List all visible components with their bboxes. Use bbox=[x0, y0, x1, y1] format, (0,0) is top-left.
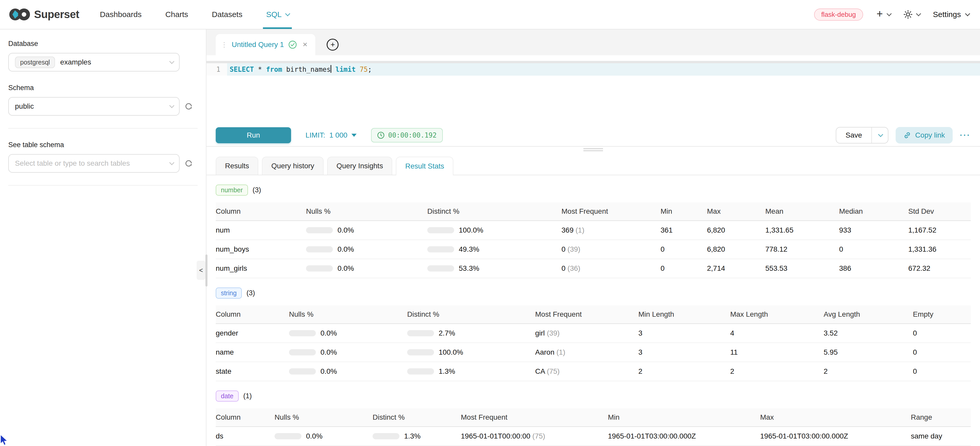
frequent-count: (39) bbox=[567, 245, 580, 253]
theme-toggle[interactable] bbox=[904, 10, 920, 19]
header-cell: Max bbox=[760, 413, 911, 422]
add-query-tab-button[interactable]: + bbox=[327, 39, 339, 51]
run-button[interactable]: Run bbox=[216, 127, 291, 143]
limit-dropdown[interactable]: LIMIT: 1 000 bbox=[305, 131, 356, 139]
stat-table-row: name0.0%100.0%Aaron (1)3115.950 bbox=[216, 343, 971, 362]
save-button[interactable]: Save bbox=[836, 127, 871, 143]
percent-bar-cell: 0.0% bbox=[306, 245, 427, 253]
percent-bar-cell: 0.0% bbox=[306, 264, 427, 272]
superset-infinity-icon bbox=[9, 8, 30, 21]
query-timer: 00:00:00.192 bbox=[371, 128, 443, 142]
chevron-down-icon bbox=[285, 11, 290, 16]
stat-value-cell: 6,820 bbox=[707, 245, 765, 253]
nav-item-sql[interactable]: SQL bbox=[266, 0, 289, 29]
query-success-check-icon bbox=[288, 40, 297, 49]
clock-icon bbox=[377, 132, 385, 139]
stat-value-cell: 1,331.36 bbox=[908, 245, 958, 253]
stat-value-cell: 2 bbox=[824, 367, 913, 376]
link-icon bbox=[904, 131, 911, 139]
new-item-button[interactable]: + bbox=[877, 10, 890, 19]
frequent-count: (1) bbox=[576, 226, 584, 234]
frequent-count: (39) bbox=[547, 329, 560, 337]
stat-table-row: num_girls0.0%53.3%0 (36)02,714553.533866… bbox=[216, 259, 971, 278]
schema-label: Schema bbox=[8, 84, 198, 92]
column-count: (3) bbox=[247, 289, 255, 297]
copy-link-label: Copy link bbox=[915, 131, 945, 139]
table-schema-label: See table schema bbox=[8, 141, 198, 149]
sidebar-divider bbox=[8, 185, 198, 186]
settings-menu[interactable]: Settings bbox=[933, 10, 969, 19]
result-tab-results[interactable]: Results bbox=[216, 157, 258, 175]
panel-scrollbar[interactable] bbox=[205, 255, 207, 287]
superset-logo[interactable]: Superset bbox=[9, 8, 79, 21]
sql-editor[interactable]: 1 SELECT * from birth_names limit 75; bbox=[207, 63, 980, 124]
result-tab-result-stats[interactable]: Result Stats bbox=[396, 157, 453, 175]
plus-icon: + bbox=[877, 8, 883, 19]
query-tab[interactable]: ⋮ Untitled Query 1 ✕ bbox=[216, 34, 315, 55]
table-select-placeholder: Select table or type to search tables bbox=[15, 159, 130, 167]
drag-handle-icon[interactable]: ⋮ bbox=[221, 41, 227, 48]
percent-label: 53.3% bbox=[459, 264, 479, 272]
frequent-value: girl bbox=[535, 329, 547, 337]
frequent-value: 0 bbox=[562, 245, 567, 253]
schema-select[interactable]: public bbox=[8, 97, 180, 116]
result-tab-query-history[interactable]: Query history bbox=[262, 157, 324, 175]
bar-track bbox=[306, 227, 333, 233]
percent-label: 0.0% bbox=[320, 348, 337, 357]
percent-label: 2.7% bbox=[439, 329, 455, 337]
frequent-value: Aaron bbox=[535, 348, 557, 356]
header-cell: Empty bbox=[913, 310, 958, 319]
percent-bar-cell: 49.3% bbox=[427, 245, 562, 253]
header-cell: Most Frequent bbox=[562, 207, 660, 215]
stat-value-cell: 1,331.65 bbox=[765, 226, 839, 234]
settings-label: Settings bbox=[933, 10, 961, 19]
copy-link-button[interactable]: Copy link bbox=[896, 127, 953, 143]
stats-sections: number(3)ColumnNulls %Distinct %Most Fre… bbox=[207, 175, 980, 446]
header-cell: Mean bbox=[765, 207, 839, 215]
header-cell: Column bbox=[216, 310, 289, 319]
database-select[interactable]: postgresql examples bbox=[8, 53, 180, 72]
refresh-tables-icon[interactable] bbox=[185, 159, 192, 167]
stat-table-header: ColumnNulls %Distinct %Most FrequentMinM… bbox=[216, 408, 971, 427]
refresh-schemas-icon[interactable] bbox=[185, 102, 192, 110]
nav-item-dashboards[interactable]: Dashboards bbox=[100, 0, 142, 29]
bar-track bbox=[275, 433, 301, 439]
result-tab-query-insights[interactable]: Query Insights bbox=[327, 157, 393, 175]
bar-track bbox=[407, 368, 434, 374]
type-badge-date: date bbox=[216, 390, 239, 401]
header-cell: Median bbox=[839, 207, 908, 215]
editor-top-divider bbox=[207, 61, 980, 63]
percent-label: 49.3% bbox=[459, 245, 479, 253]
sun-icon bbox=[904, 10, 912, 19]
header-cell: Nulls % bbox=[306, 207, 427, 215]
table-select[interactable]: Select table or type to search tables bbox=[8, 154, 180, 173]
most-frequent-cell: 0 (39) bbox=[562, 245, 660, 253]
stat-value-cell: 3 bbox=[638, 329, 730, 337]
toolbar-right: Save Copy link ··· bbox=[836, 127, 971, 143]
percent-label: 1.3% bbox=[404, 432, 421, 440]
column-name-cell: state bbox=[216, 367, 289, 376]
nav-item-label: Charts bbox=[165, 10, 188, 19]
type-badge-number: number bbox=[216, 185, 248, 196]
pane-resize-handle[interactable] bbox=[207, 147, 980, 153]
header-cell: Distinct % bbox=[407, 310, 535, 319]
code-token: * bbox=[254, 65, 266, 73]
collapse-sidebar-button[interactable]: < bbox=[197, 261, 205, 280]
bar-track bbox=[289, 330, 316, 336]
more-options-button[interactable]: ··· bbox=[960, 131, 971, 140]
save-options-button[interactable] bbox=[871, 127, 888, 143]
bar-track bbox=[289, 349, 316, 355]
code-token bbox=[356, 65, 360, 73]
close-tab-icon[interactable]: ✕ bbox=[302, 41, 307, 48]
nav-item-datasets[interactable]: Datasets bbox=[212, 0, 242, 29]
percent-bar-cell: 2.7% bbox=[407, 329, 535, 337]
most-frequent-cell: 369 (1) bbox=[562, 226, 660, 234]
stat-value-cell: 3 bbox=[638, 348, 730, 357]
workspace: Database postgresql examples Schema publ… bbox=[0, 29, 980, 446]
percent-label: 0.0% bbox=[306, 432, 323, 440]
nav-item-charts[interactable]: Charts bbox=[165, 0, 188, 29]
header-cell: Column bbox=[216, 413, 275, 422]
nav-item-label: Dashboards bbox=[100, 10, 142, 19]
navbar: Superset DashboardsChartsDatasetsSQL fla… bbox=[0, 0, 980, 29]
bar-track bbox=[427, 227, 454, 233]
